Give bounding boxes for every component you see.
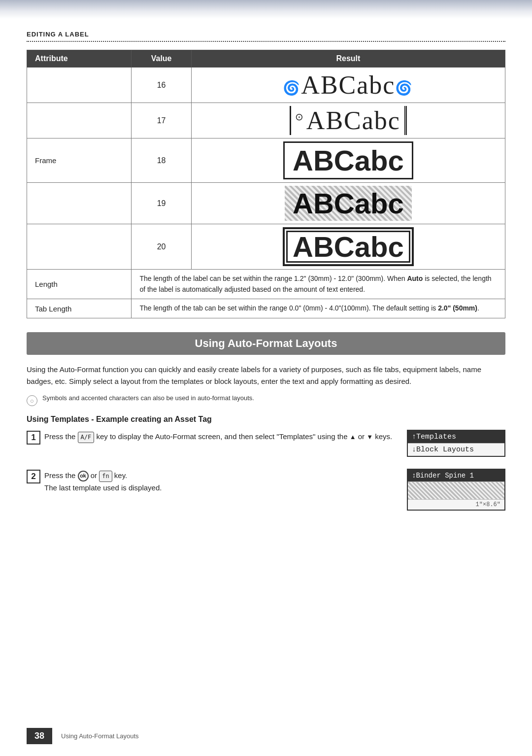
step-2-content: Press the ok or fn key. The last templat… xyxy=(44,469,395,494)
step-2-screen: ↕Binder Spine 1 1"×8.6" xyxy=(407,469,505,511)
binder-row-dim: 1"×8.6" xyxy=(408,500,504,510)
step-1-text-after: key to display the Auto-Format screen, a… xyxy=(96,432,347,441)
table-row: 16 🌀ABCabc🌀 xyxy=(27,68,505,103)
result-cell-20: ABCabc xyxy=(191,224,505,270)
table-row: 20 ABCabc xyxy=(27,224,505,270)
binder-row-label: ↕Binder Spine 1 xyxy=(408,470,504,482)
attr-cell-18: Frame xyxy=(27,138,132,183)
page-footer: 38 Using Auto-Format Layouts xyxy=(0,728,532,744)
fn-key-icon: fn xyxy=(99,471,112,482)
step-1-keys-end: keys. xyxy=(375,432,392,441)
frame-18-display: ABCabc xyxy=(283,141,413,179)
down-arrow-icon: ▼ xyxy=(366,433,373,441)
step-1-text-before: Press the xyxy=(44,432,75,441)
dotted-rule xyxy=(27,41,505,42)
block-layouts-row-text: ↓Block Layouts xyxy=(412,446,474,454)
step-1-container: 1 Press the A/F key to display the Auto-… xyxy=(27,430,505,457)
af-key-icon: A/F xyxy=(78,432,95,443)
col-header-result: Result xyxy=(191,50,505,68)
step-1-number: 1 xyxy=(27,431,40,445)
result-cell-16: 🌀ABCabc🌀 xyxy=(191,68,505,103)
page-number: 38 xyxy=(27,728,52,744)
screen-row-templates: ↑Templates xyxy=(408,431,504,444)
result-cell-length: The length of the label can be set withi… xyxy=(132,270,505,299)
deco-left-16: 🌀 xyxy=(283,80,301,96)
step-2-number: 2 xyxy=(27,470,40,483)
table-row: Length The length of the label can be se… xyxy=(27,270,505,299)
page: EDITING A LABEL Attribute Value Result 1… xyxy=(0,0,532,756)
top-decorative-bar xyxy=(0,0,532,19)
sub-heading: Using Templates - Example creating an As… xyxy=(27,415,505,424)
attr-cell-length: Length xyxy=(27,270,132,299)
result-cell-17: ⊙ABCabc xyxy=(191,103,505,138)
up-arrow-icon: ▲ xyxy=(350,433,356,441)
ok-button-icon: ok xyxy=(78,471,89,481)
table-row: Frame 18 ABCabc xyxy=(27,138,505,183)
step-2-container: 2 Press the ok or fn key. The last templ… xyxy=(27,469,505,511)
step-2-text-before: Press the xyxy=(44,471,75,480)
note-icon: ○ xyxy=(27,395,37,406)
result-cell-19: ABCabc xyxy=(191,183,505,224)
table-row: Tab Length The length of the tab can be … xyxy=(27,299,505,318)
result-cell-tablength: The length of the tab can be set within … xyxy=(132,299,505,318)
val-cell-19: 19 xyxy=(132,183,191,224)
note-text: Symbols and accented characters can also… xyxy=(42,394,254,402)
step-2-line2: The last template used is displayed. xyxy=(44,482,395,494)
step-1-or: or xyxy=(358,432,365,441)
step-2-or: or xyxy=(91,471,97,480)
templates-row-text: ↑Templates xyxy=(412,433,456,441)
screen-row-block-layouts: ↓Block Layouts xyxy=(408,444,504,456)
section-heading: EDITING A LABEL xyxy=(27,31,505,38)
section-banner: Using Auto-Format Layouts xyxy=(27,332,505,355)
attr-cell-20 xyxy=(27,224,132,270)
frame-19-display: ABCabc xyxy=(285,186,412,221)
deco-right-16: 🌀 xyxy=(395,80,413,96)
body-text: Using the Auto-Format function you can q… xyxy=(27,364,505,387)
frame-20-display: ABCabc xyxy=(283,227,414,266)
table-row: 17 ⊙ABCabc xyxy=(27,103,505,138)
deco-left-17: ⊙ xyxy=(295,111,304,122)
attr-cell-17 xyxy=(27,103,132,138)
footer-label: Using Auto-Format Layouts xyxy=(61,732,139,740)
attr-cell-19 xyxy=(27,183,132,224)
col-header-value: Value xyxy=(132,50,191,68)
frame-16-display: 🌀ABCabc🌀 xyxy=(283,70,413,100)
result-cell-18: ABCabc xyxy=(191,138,505,183)
frame-17-display: ⊙ABCabc xyxy=(290,106,407,135)
binder-row-hatch xyxy=(408,482,504,500)
note-box: ○ Symbols and accented characters can al… xyxy=(27,394,505,406)
attr-cell-16 xyxy=(27,68,132,103)
col-header-attribute: Attribute xyxy=(27,50,132,68)
val-cell-16: 16 xyxy=(132,68,191,103)
attribute-table: Attribute Value Result 16 🌀ABCabc🌀 xyxy=(27,50,505,318)
step-1-content: Press the A/F key to display the Auto-Fo… xyxy=(44,430,395,443)
table-row: 19 ABCabc xyxy=(27,183,505,224)
attr-cell-tablength: Tab Length xyxy=(27,299,132,318)
val-cell-18: 18 xyxy=(132,138,191,183)
val-cell-20: 20 xyxy=(132,224,191,270)
step-2-text-after: key. xyxy=(114,471,127,480)
val-cell-17: 17 xyxy=(132,103,191,138)
step-1-screen: ↑Templates ↓Block Layouts xyxy=(407,430,505,457)
